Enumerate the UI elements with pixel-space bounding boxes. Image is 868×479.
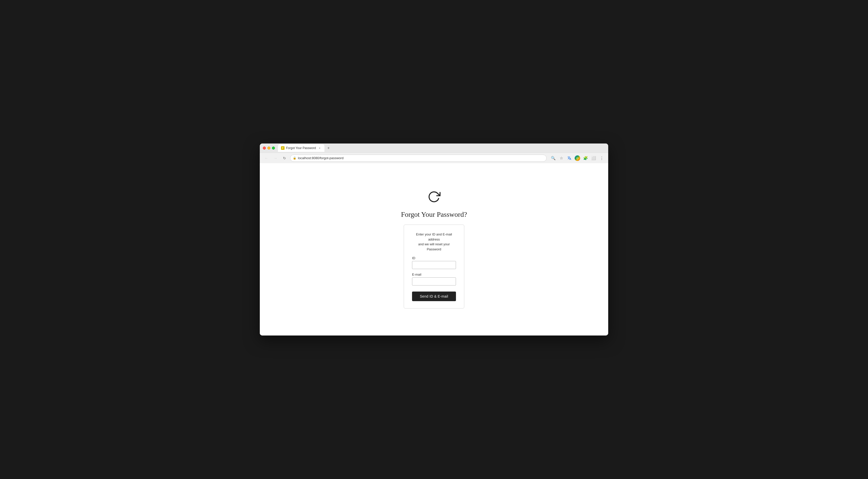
id-label: ID: [412, 256, 456, 260]
extensions-icon[interactable]: 🧩: [582, 155, 589, 162]
maximize-window-button[interactable]: [272, 147, 275, 150]
id-field-group: ID: [412, 256, 456, 269]
toolbar-actions: 🔍 ☆ G 🧩 ⬜ ⋮: [550, 155, 605, 162]
page-content: Forgot Your Password? Enter your ID and …: [260, 163, 608, 335]
tab-favicon-icon: F: [281, 146, 284, 150]
traffic-lights: [263, 147, 275, 150]
active-tab[interactable]: F Forgot Your Password ×: [278, 144, 324, 152]
minimize-window-button[interactable]: [267, 147, 270, 150]
address-bar[interactable]: 🔒 localhost:8080/forgot-password: [290, 155, 547, 162]
forward-button[interactable]: →: [272, 155, 279, 162]
new-tab-button[interactable]: +: [326, 145, 332, 151]
form-card: Enter your ID and E-mail address and we …: [404, 224, 464, 308]
translate-icon[interactable]: [566, 155, 573, 162]
search-icon[interactable]: 🔍: [550, 155, 557, 162]
browser-window: F Forgot Your Password × + ← → ↻ 🔒 local…: [260, 144, 608, 335]
title-bar: F Forgot Your Password × +: [260, 144, 608, 153]
form-description: Enter your ID and E-mail address and we …: [412, 232, 456, 251]
media-icon[interactable]: ⬜: [590, 155, 597, 162]
browser-toolbar: ← → ↻ 🔒 localhost:8080/forgot-password 🔍…: [260, 153, 608, 163]
email-label: E-mail: [412, 273, 456, 276]
refresh-icon: [428, 190, 440, 205]
tab-bar: F Forgot Your Password × +: [278, 144, 605, 152]
bookmark-icon[interactable]: ☆: [558, 155, 565, 162]
email-field-group: E-mail: [412, 273, 456, 286]
profile-icon[interactable]: G: [574, 155, 581, 162]
menu-icon[interactable]: ⋮: [598, 155, 605, 162]
submit-button[interactable]: Send ID & E-mail: [412, 292, 456, 301]
url-display: localhost:8080/forgot-password: [298, 156, 544, 160]
id-input[interactable]: [412, 261, 456, 269]
back-button[interactable]: ←: [263, 155, 270, 162]
reload-button[interactable]: ↻: [281, 155, 288, 162]
tab-title: Forgot Your Password: [286, 146, 316, 150]
tab-close-button[interactable]: ×: [318, 146, 321, 150]
email-input[interactable]: [412, 277, 456, 286]
lock-icon: 🔒: [293, 156, 297, 160]
page-heading: Forgot Your Password?: [401, 210, 467, 218]
close-window-button[interactable]: [263, 147, 266, 150]
